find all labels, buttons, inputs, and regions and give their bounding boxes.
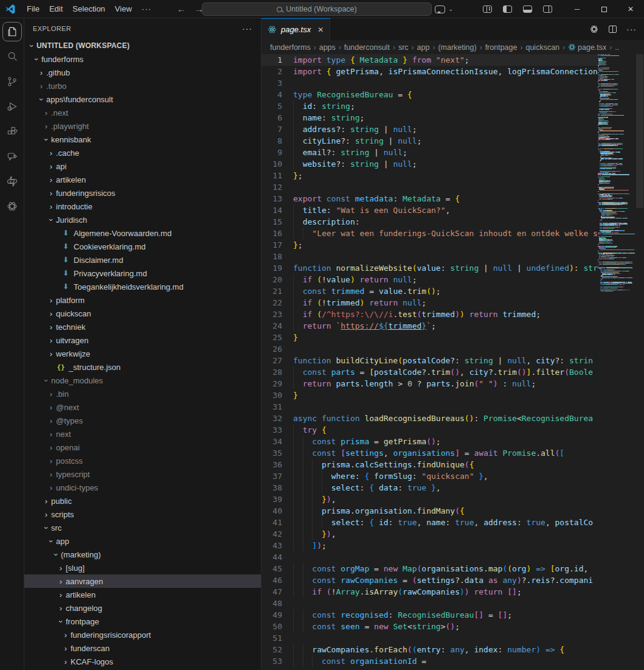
code-line[interactable]: 13export const metadata: Metadata = { [261, 193, 598, 204]
code-line[interactable]: 41 select: { id: true, name: true, addre… [261, 517, 598, 528]
code-line[interactable]: 36 prisma.calcSettings.findUnique({ [261, 459, 598, 470]
code-line[interactable]: 38 select: { data: true }, [261, 482, 598, 494]
chevron-down-icon[interactable]: › [47, 536, 56, 546]
chevron-right-icon[interactable]: › [56, 564, 66, 573]
tree-item-kennisbank[interactable]: ›kennisbank [24, 133, 261, 146]
openai-icon[interactable] [589, 24, 599, 34]
tree-item-artikelen[interactable]: ›artikelen [24, 588, 261, 601]
chevron-right-icon[interactable]: › [46, 309, 56, 318]
chevron-right-icon[interactable]: › [46, 456, 56, 466]
code-line[interactable]: 5 id: string; [261, 100, 598, 112]
tree-item-funderingsrisicorapport[interactable]: ›funderingsrisicorapport [24, 628, 261, 641]
code-line[interactable]: 28 const parts = [postalCode?.trim(), ci… [261, 366, 598, 378]
chevron-right-icon[interactable]: › [56, 604, 66, 613]
chevron-right-icon[interactable]: › [41, 510, 51, 519]
chevron-right-icon[interactable]: › [46, 336, 56, 345]
extensions-icon[interactable] [2, 122, 22, 141]
tree-item-funderscan[interactable]: ›funderscan [24, 641, 261, 655]
breadcrumb-item--marketing-[interactable]: (marketing) [438, 43, 476, 52]
nav-back-icon[interactable]: ← [177, 4, 186, 14]
command-center-search[interactable]: Untitled (Workspace) [202, 2, 432, 16]
chevron-down-icon[interactable]: › [42, 134, 51, 144]
toggle-sidebar-icon[interactable] [503, 5, 512, 13]
tree-item--structure-json[interactable]: {}_structure.json [24, 360, 261, 374]
tree-item-uitvragen[interactable]: ›uitvragen [24, 333, 261, 347]
chevron-right-icon[interactable]: › [46, 443, 56, 452]
tree-item-werkwijze[interactable]: ›werkwijze [24, 347, 261, 360]
tree-item-frontpage[interactable]: ›frontpage [24, 615, 261, 628]
tab-page-tsx[interactable]: page.tsx ✕ [261, 18, 330, 40]
vertical-scrollbar[interactable] [635, 54, 644, 670]
search-icon[interactable] [2, 47, 22, 66]
chevron-right-icon[interactable]: › [56, 577, 66, 586]
chevron-right-icon[interactable]: › [41, 122, 51, 131]
chevron-down-icon[interactable]: › [52, 550, 61, 559]
minimap[interactable] [598, 54, 635, 670]
tree-item--slug-[interactable]: ›[slug] [24, 561, 261, 574]
tree-item-public[interactable]: ›public [24, 494, 261, 508]
code-line[interactable]: 18 [261, 251, 598, 262]
code-line[interactable]: 24 return `https://${trimmed}`; [261, 320, 598, 332]
python-icon[interactable] [2, 172, 22, 191]
chevron-right-icon[interactable]: › [41, 497, 51, 506]
code-line[interactable]: 51 [261, 632, 598, 644]
tree-item-introductie[interactable]: ›introductie [24, 200, 261, 213]
chevron-right-icon[interactable]: › [46, 175, 56, 184]
chevron-right-icon[interactable]: › [61, 657, 71, 666]
tree-item-platform[interactable]: ›platform [24, 293, 261, 307]
tree-item-aanvragen[interactable]: ›aanvragen [24, 574, 261, 588]
tree-item--marketing-[interactable]: ›(marketing) [24, 548, 261, 561]
tab-close-icon[interactable]: ✕ [317, 26, 324, 34]
chevron-right-icon[interactable]: › [46, 296, 56, 305]
chevron-right-icon[interactable]: › [61, 644, 71, 653]
editor-more-actions-icon[interactable]: ··· [626, 24, 637, 34]
chevron-right-icon[interactable]: › [46, 162, 56, 171]
code-line[interactable]: 37 where: { formSlug: "quickscan" }, [261, 470, 598, 482]
tree-item-undici-types[interactable]: ›undici-types [24, 481, 261, 494]
tree-item-app[interactable]: ›app [24, 534, 261, 548]
tree-item-artikelen[interactable]: ›artikelen [24, 173, 261, 186]
tree-item-toegankelijkheidsverklaring-md[interactable]: ⬇Toegankelijkheidsverklaring.md [24, 280, 261, 293]
breadcrumb-item-funderconsult[interactable]: funderconsult [344, 43, 390, 52]
code-line[interactable]: 23 if (/^https?:\/\//i.test(trimmed)) re… [261, 309, 598, 320]
code-line[interactable]: 27function buildCityLine(postalCode?: st… [261, 355, 598, 366]
chevron-down-icon[interactable]: › [32, 54, 41, 64]
tree-item--cache[interactable]: ›.cache [24, 146, 261, 159]
chevron-right-icon[interactable]: › [56, 590, 66, 599]
code-line[interactable]: 53 const organisationId = [261, 655, 598, 667]
tree-item--turbo[interactable]: ›.turbo [24, 79, 261, 92]
code-line[interactable]: 22 if (!trimmed) return null; [261, 297, 598, 309]
code-line[interactable]: 42 }), [261, 528, 598, 540]
code-line[interactable]: 33 try { [261, 424, 598, 436]
chevron-right-icon[interactable]: › [46, 148, 56, 158]
chevron-right-icon[interactable]: › [41, 108, 51, 117]
code-line[interactable]: 17}; [261, 239, 598, 251]
code-line[interactable]: 50 const seen = new Set<string>(); [261, 621, 598, 632]
chevron-down-icon[interactable]: › [57, 616, 66, 626]
code-line[interactable]: 19function normalizeWebsite(value: strin… [261, 262, 598, 274]
code-line[interactable]: 45 const orgMap = new Map(organisations.… [261, 563, 598, 574]
tree-item-changelog[interactable]: ›changelog [24, 601, 261, 615]
breadcrumb-item-src[interactable]: src [398, 43, 409, 52]
tree-item-apps-funderconsult[interactable]: ›apps\funderconsult [24, 92, 261, 106]
chevron-down-icon[interactable]: ⌄ [448, 6, 453, 12]
split-editor-icon[interactable] [609, 26, 617, 33]
tree-item-openai[interactable]: ›openai [24, 441, 261, 454]
code-line[interactable]: 12 [261, 181, 598, 193]
chevron-right-icon[interactable]: › [36, 82, 46, 91]
tree-item--next[interactable]: ›@next [24, 400, 261, 414]
customize-layout-icon[interactable] [483, 5, 492, 13]
breadcrumb-item-quickscan[interactable]: quickscan [525, 43, 559, 52]
tree-item-funderingsrisicos[interactable]: ›funderingsrisicos [24, 186, 261, 200]
breadcrumb-item-app[interactable]: app [417, 43, 430, 52]
tree-item-next[interactable]: ›next [24, 427, 261, 441]
toggle-panel-icon[interactable] [523, 5, 532, 13]
chevron-right-icon[interactable]: › [46, 403, 56, 412]
minimize-button[interactable]: ─ [564, 0, 590, 18]
menu-file[interactable]: File [22, 2, 44, 16]
menu-edit[interactable]: Edit [44, 2, 68, 16]
copilot-chat-icon[interactable] [435, 5, 445, 13]
chevron-right-icon[interactable]: › [46, 430, 56, 439]
tree-item-src[interactable]: ›src [24, 521, 261, 534]
code-line[interactable]: 2import { getPrisma, isPrismaConnectionI… [261, 66, 598, 77]
